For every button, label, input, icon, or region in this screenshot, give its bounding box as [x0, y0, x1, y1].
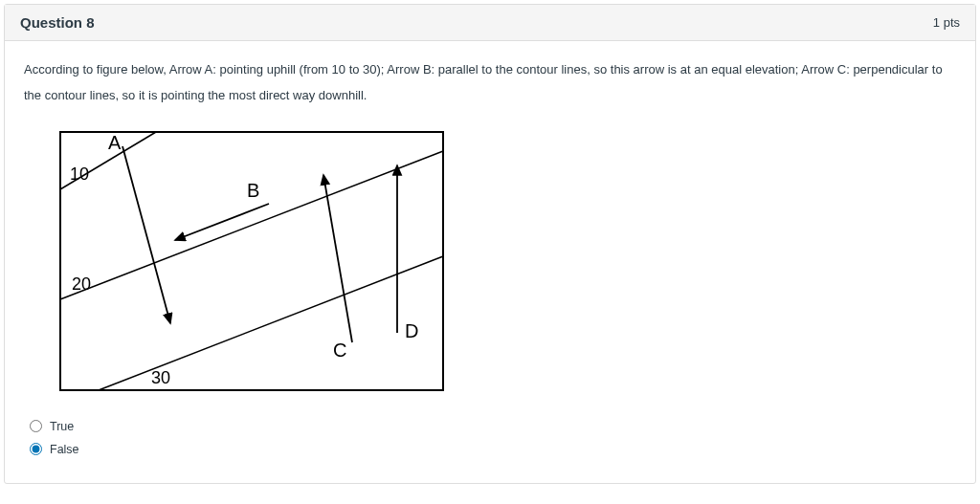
contour-figure: 10 20 30 A B C: [41, 122, 956, 403]
question-title: Question 8: [20, 14, 95, 31]
radio-true[interactable]: [30, 420, 42, 432]
answer-false-row[interactable]: False: [30, 443, 956, 456]
figure-frame: [60, 132, 443, 390]
figure-svg: 10 20 30 A B C: [41, 122, 453, 400]
label-b: B: [247, 180, 259, 201]
label-20: 20: [72, 274, 91, 294]
question-body: According to figure below, Arrow A: poin…: [5, 41, 975, 483]
question-card: Question 8 1 pts According to figure bel…: [4, 4, 976, 484]
label-true[interactable]: True: [50, 420, 74, 433]
label-d: D: [405, 320, 418, 341]
answer-true-row[interactable]: True: [30, 420, 956, 433]
question-text: According to figure below, Arrow A: poin…: [24, 56, 956, 109]
question-header: Question 8 1 pts: [5, 5, 975, 41]
answer-list: True False: [30, 420, 956, 456]
label-30: 30: [151, 368, 170, 387]
label-a: A: [108, 132, 122, 153]
label-c: C: [333, 340, 346, 361]
label-false[interactable]: False: [50, 443, 79, 456]
radio-false[interactable]: [30, 443, 42, 455]
label-10: 10: [70, 164, 89, 184]
question-points: 1 pts: [933, 15, 960, 30]
